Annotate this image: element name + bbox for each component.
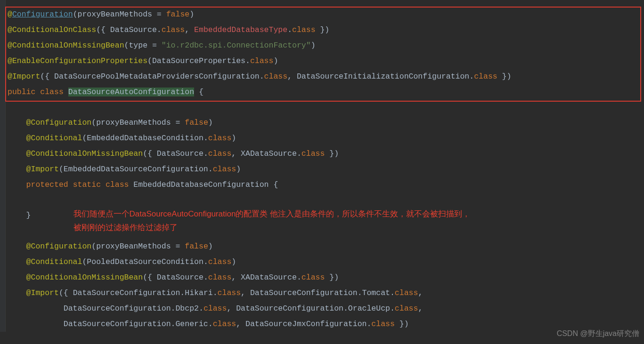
keyword: static xyxy=(73,180,106,189)
code-line[interactable]: DataSourceConfiguration.Generic.class, D… xyxy=(7,316,644,332)
keyword-class: class xyxy=(302,273,325,282)
text: , XADataSource. xyxy=(231,273,302,282)
text: ) xyxy=(231,257,236,266)
text: ) xyxy=(311,41,316,50)
keyword-class: class xyxy=(474,72,497,81)
keyword-class: class xyxy=(395,288,418,297)
text: ) xyxy=(208,242,213,251)
annotation: @EnableConfigurationProperties xyxy=(8,56,147,65)
text: ) xyxy=(189,10,194,19)
text: (EmbeddedDatabaseCondition. xyxy=(82,134,208,143)
class-name-selected[interactable]: DataSourceAutoConfiguration xyxy=(68,88,194,96)
code-line[interactable]: @Import({ DataSourcePoolMetadataProvider… xyxy=(7,69,644,84)
keyword-class: class xyxy=(371,320,395,328)
annotation: @ConditionalOnMissingBean xyxy=(8,41,124,50)
annotation-at: @ xyxy=(8,10,12,19)
text: (PooledDataSourceCondition. xyxy=(82,257,208,266)
text: }) xyxy=(395,320,409,328)
code-line[interactable]: @Configuration(proxyBeanMethods = false) xyxy=(7,115,644,130)
keyword-class: class xyxy=(208,149,232,158)
text: , DataSourceConfiguration.Tomcat. xyxy=(241,288,395,297)
text: ) xyxy=(208,118,213,127)
text: . xyxy=(287,25,292,34)
comment-text-1: 我们随便点一个DataSourceAutoConfiguration的配置类 他… xyxy=(73,208,644,221)
text: , DataSourceJmxConfiguration. xyxy=(236,320,371,328)
text: ) xyxy=(273,56,278,65)
keyword-class: class xyxy=(218,288,241,297)
brace: } xyxy=(8,211,31,220)
keyword-class: class xyxy=(162,25,185,34)
keyword: class xyxy=(106,180,133,189)
watermark: CSDN @野生java研究僧 xyxy=(557,326,639,332)
string-literal: "io.r2dbc.spi.ConnectionFactory" xyxy=(162,41,311,50)
keyword-class: class xyxy=(302,149,325,158)
keyword-class: class xyxy=(250,56,274,65)
code-editor[interactable]: @Configuration(proxyBeanMethods = false)… xyxy=(0,0,644,332)
keyword-class: class xyxy=(213,320,236,328)
keyword-class: class xyxy=(208,257,232,266)
annotation: @Import xyxy=(8,288,59,297)
configuration-annotation[interactable]: Configuration xyxy=(12,10,73,19)
text: , xyxy=(418,288,423,297)
text: }) xyxy=(325,273,339,282)
annotation: @ConditionalOnClass xyxy=(8,25,96,34)
annotation: @Import xyxy=(8,72,40,81)
text: (proxyBeanMethods = xyxy=(91,118,185,127)
code-line[interactable]: @ConditionalOnMissingBean({ DataSource.c… xyxy=(7,146,644,161)
code-line[interactable]: DataSourceConfiguration.Dbcp2.class, Dat… xyxy=(7,301,644,316)
code-line[interactable]: @Import(EmbeddedDataSourceConfiguration.… xyxy=(7,161,644,177)
code-line[interactable]: @Conditional(EmbeddedDatabaseCondition.c… xyxy=(7,130,644,146)
text: , xyxy=(185,25,194,34)
comment-text-2: 被刚刚的过滤操作给过滤掉了 xyxy=(73,221,644,235)
code-line[interactable]: @Configuration(proxyBeanMethods = false) xyxy=(7,239,644,254)
code-line[interactable]: @ConditionalOnMissingBean(type = "io.r2d… xyxy=(7,38,644,53)
text: ) xyxy=(231,134,236,143)
text: , DataSourceConfiguration.OracleUcp. xyxy=(227,304,394,313)
keyword: protected xyxy=(8,180,73,189)
comment-annotation: 我们随便点一个DataSourceAutoConfiguration的配置类 他… xyxy=(31,208,644,235)
code-line[interactable]: @ConditionalOnMissingBean({ DataSource.c… xyxy=(7,270,644,285)
text: ({ DataSource. xyxy=(143,273,208,282)
text: }) xyxy=(497,72,512,81)
keyword-false: false xyxy=(166,10,190,19)
annotation: @ConditionalOnMissingBean xyxy=(8,273,143,282)
text: DataSourceConfiguration.Dbcp2. xyxy=(8,304,204,313)
annotation: @Conditional xyxy=(8,257,82,266)
annotation: @Configuration xyxy=(8,118,91,127)
text: ({ DataSource. xyxy=(96,25,162,34)
text: }) xyxy=(316,25,330,34)
keyword-class: class xyxy=(204,304,227,313)
code-line[interactable]: @EnableConfigurationProperties(DataSourc… xyxy=(7,53,644,69)
text: , xyxy=(418,304,423,313)
class-ref: EmbeddedDatabaseType xyxy=(194,25,287,34)
blank-line xyxy=(7,192,644,208)
text: , DataSourceInitializationConfiguration. xyxy=(287,72,474,81)
text: { xyxy=(194,88,204,96)
keyword-class: class xyxy=(264,72,288,81)
blank-line xyxy=(7,100,644,115)
keyword-class: class xyxy=(292,25,316,34)
keyword-class: class xyxy=(395,304,418,313)
class-name: EmbeddedDatabaseConfiguration { xyxy=(133,180,278,189)
keyword-class: class xyxy=(40,88,68,96)
gutter xyxy=(0,0,6,332)
code-line[interactable]: } xyxy=(7,208,31,223)
keyword-public: public xyxy=(8,88,40,96)
code-line[interactable]: protected static class EmbeddedDatabaseC… xyxy=(7,177,644,192)
code-line[interactable]: @Configuration(proxyBeanMethods = false) xyxy=(7,7,644,22)
annotation: @Import xyxy=(8,165,59,174)
text: (EmbeddedDataSourceConfiguration. xyxy=(59,165,213,174)
text: ({ DataSource. xyxy=(143,149,208,158)
keyword-false: false xyxy=(185,242,208,251)
code-line[interactable]: public class DataSourceAutoConfiguration… xyxy=(7,84,644,100)
keyword-class: class xyxy=(208,134,232,143)
code-line[interactable]: @ConditionalOnClass({ DataSource.class, … xyxy=(7,22,644,38)
text: (DataSourceProperties. xyxy=(147,56,250,65)
keyword-class: class xyxy=(213,165,236,174)
annotation: @Configuration xyxy=(8,242,91,251)
keyword-class: class xyxy=(208,273,232,282)
code-line[interactable]: @Conditional(PooledDataSourceCondition.c… xyxy=(7,254,644,270)
text: }) xyxy=(325,149,339,158)
code-line[interactable]: @Import({ DataSourceConfiguration.Hikari… xyxy=(7,285,644,301)
text: (proxyBeanMethods = xyxy=(73,10,166,19)
